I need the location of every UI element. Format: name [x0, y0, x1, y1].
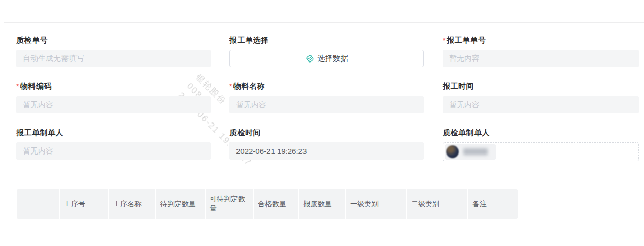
required-mark: * — [229, 82, 232, 90]
redacted-user-name — [463, 148, 488, 155]
field-material-name: *物料名称 暂无内容 — [229, 82, 424, 113]
header-cell-level2-category: 二级类别 — [407, 189, 468, 219]
qc-time-input: 2022-06-21 19:26:23 — [229, 142, 424, 160]
report-no-input: 暂无内容 — [443, 50, 639, 67]
report-no-label: *报工单单号 — [443, 36, 639, 45]
material-code-label: *物料编码 — [16, 82, 211, 91]
header-cell-scrap-qty: 报废数量 — [299, 189, 346, 219]
field-report-no: *报工单单号 暂无内容 — [443, 36, 639, 67]
field-report-time: 报工时间 暂无内容 — [443, 82, 639, 113]
user-chip — [445, 144, 496, 160]
field-qc-no: 质检单号 自动生成无需填写 — [16, 36, 211, 67]
inspection-form: 质检单号 自动生成无需填写 报工单选择 选择数据 *报 — [16, 36, 639, 161]
qc-time-label: 质检时间 — [229, 128, 424, 137]
header-cell-level1-category: 一级类别 — [346, 189, 407, 219]
field-material-code: *物料编码 暂无内容 — [16, 82, 211, 113]
field-qc-creator: 质检单制单人 — [443, 128, 639, 161]
field-report-select: 报工单选择 选择数据 — [229, 36, 424, 67]
qc-no-input: 自动生成无需填写 — [16, 50, 211, 67]
process-table-header: 工序号 工序名称 待判定数量 可待判定数量 合格数量 报废数量 一级类别 二级类… — [17, 189, 518, 219]
header-cell-available-qty: 可待判定数量 — [206, 189, 254, 219]
header-cell-blank — [17, 189, 60, 219]
select-data-button[interactable]: 选择数据 — [229, 50, 424, 67]
material-code-input: 暂无内容 — [16, 96, 211, 113]
report-select-label: 报工单选择 — [229, 36, 424, 45]
select-data-layers-icon — [306, 54, 314, 63]
report-time-input: 暂无内容 — [443, 96, 639, 113]
report-creator-label: 报工单制单人 — [16, 128, 211, 137]
section-divider — [14, 172, 644, 172]
header-cell-process-no: 工序号 — [60, 189, 109, 219]
qc-no-label: 质检单号 — [16, 36, 211, 45]
avatar — [446, 145, 459, 158]
material-name-label: *物料名称 — [229, 82, 424, 91]
report-creator-input: 暂无内容 — [16, 142, 211, 160]
required-mark: * — [16, 82, 19, 90]
qc-creator-user-picker[interactable] — [443, 142, 639, 161]
quality-inspection-form-page: 银轮股份 0084 2022-06-21 19:26:27 质检单号 自动生成无… — [0, 0, 644, 246]
top-divider — [4, 22, 644, 23]
header-cell-pending-qty: 待判定数量 — [156, 189, 206, 219]
material-name-input: 暂无内容 — [229, 96, 424, 113]
select-data-button-label: 选择数据 — [318, 54, 348, 64]
required-mark: * — [443, 36, 446, 44]
header-cell-remark: 备注 — [468, 189, 518, 219]
header-cell-process-name: 工序名称 — [109, 189, 156, 219]
header-cell-qualified-qty: 合格数量 — [254, 189, 299, 219]
field-qc-time: 质检时间 2022-06-21 19:26:23 — [229, 128, 424, 161]
field-report-creator: 报工单制单人 暂无内容 — [16, 128, 211, 161]
qc-creator-label: 质检单制单人 — [443, 128, 639, 137]
report-time-label: 报工时间 — [443, 82, 639, 91]
